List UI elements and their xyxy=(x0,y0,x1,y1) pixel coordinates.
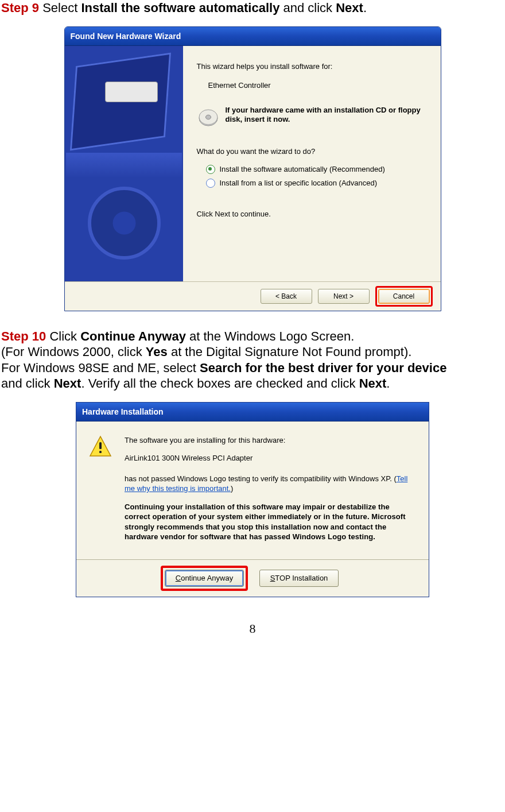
continue-highlight: Continue Anyway xyxy=(161,566,248,591)
click-next-text: Click Next to continue. xyxy=(197,210,427,218)
hardware-installation-dialog: Hardware Installation The software you a… xyxy=(76,402,429,597)
stop-installation-button[interactable]: STOP Installation xyxy=(259,570,339,587)
warning-paragraph: Continuing your installation of this sof… xyxy=(125,502,414,542)
radio-icon xyxy=(206,179,215,188)
next-button[interactable]: Next > xyxy=(318,289,370,304)
not-passed-text: has not passed Windows Logo testing to v… xyxy=(125,474,414,494)
step10-instruction: Step 10 Click Continue Anyway at the Win… xyxy=(1,328,505,392)
option-label: Install from a list or specific location… xyxy=(220,179,378,187)
cancel-button[interactable]: Cancel xyxy=(378,289,430,304)
wizard-question: What do you want the wizard to do? xyxy=(197,147,427,156)
radio-icon xyxy=(206,165,215,174)
insert-cd-text: If your hardware came with an installati… xyxy=(226,106,427,125)
svg-rect-4 xyxy=(99,442,102,449)
warning-icon xyxy=(89,435,114,556)
dialog-titlebar[interactable]: Found New Hardware Wizard xyxy=(65,27,441,46)
option-install-from-list[interactable]: Install from a list or specific location… xyxy=(206,179,427,188)
step9-label: Step 9 xyxy=(1,1,39,15)
wizard-intro-text: This wizard helps you install software f… xyxy=(197,62,427,71)
dialog-titlebar[interactable]: Hardware Installation xyxy=(76,403,429,422)
dialog-footer: Continue Anyway STOP Installation xyxy=(76,560,429,597)
wizard-graphic-panel xyxy=(65,46,183,281)
dialog-footer: < Back Next > Cancel xyxy=(65,281,441,311)
step10-label: Step 10 xyxy=(1,329,46,343)
cancel-highlight: Cancel xyxy=(375,286,433,307)
dialog-title: Found New Hardware Wizard xyxy=(71,32,181,41)
device-name: Ethernet Controller xyxy=(208,81,427,90)
found-new-hardware-wizard-dialog: Found New Hardware Wizard This wizard he… xyxy=(64,26,441,311)
back-button[interactable]: < Back xyxy=(261,289,312,304)
continue-anyway-button[interactable]: Continue Anyway xyxy=(165,570,244,587)
dialog-title: Hardware Installation xyxy=(82,407,164,416)
installing-for-text: The software you are installing for this… xyxy=(125,435,414,446)
page-number: 8 xyxy=(0,621,505,636)
hardware-name: AirLink101 300N Wireless PCI Adapter xyxy=(125,453,414,463)
step9-instruction: Step 9 Select Install the software autom… xyxy=(1,0,505,16)
svg-rect-5 xyxy=(99,451,102,453)
option-install-automatically[interactable]: Install the software automatically (Reco… xyxy=(206,165,427,174)
cd-icon xyxy=(197,106,220,129)
option-label: Install the software automatically (Reco… xyxy=(220,165,385,173)
svg-point-2 xyxy=(205,115,211,119)
